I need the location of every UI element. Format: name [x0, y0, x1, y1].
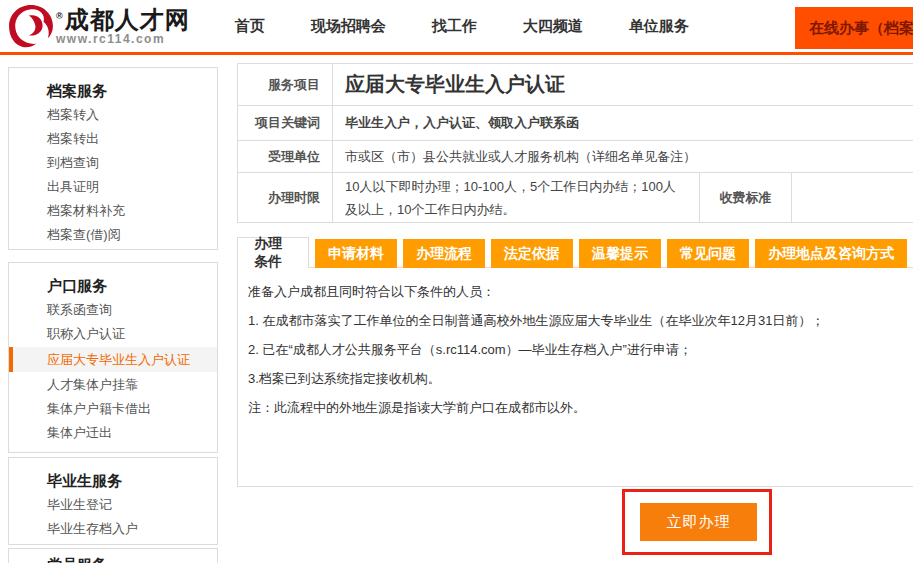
sidebar-item-issue-certificate[interactable]: 出具证明: [9, 175, 217, 199]
tab-processing-flow[interactable]: 办理流程: [403, 239, 485, 268]
sidebar-section-archive-services: 档案服务 档案转入 档案转出 到档查询 出具证明 档案材料补充 档案查(借)阅: [8, 67, 218, 250]
online-services-button[interactable]: 在线办事（档案: [795, 7, 913, 49]
sidebar-section-graduate-services: 毕业生服务 毕业生登记 毕业生存档入户: [8, 457, 218, 545]
condition-1: 1. 在成都市落实了工作单位的全日制普通高校外地生源应届大专毕业生（在毕业次年1…: [248, 306, 901, 335]
sidebar-item-title-hukou-certification[interactable]: 职称入户认证: [9, 322, 217, 346]
tab-warm-tips[interactable]: 温馨提示: [579, 239, 661, 268]
row-label: 服务项目: [238, 64, 333, 105]
logo-text: ®成都人才网 www.rc114.com: [56, 7, 190, 46]
accepting-unit-value: 市或区（市）县公共就业或人才服务机构（详细名单见备注）: [333, 141, 913, 172]
nav-item-senior-channel[interactable]: 大四频道: [500, 9, 606, 44]
sidebar-section-title: 党员服务: [9, 555, 217, 563]
sidebar-item-archive-transfer-in[interactable]: 档案转入: [9, 103, 217, 127]
logo[interactable]: ®成都人才网 www.rc114.com: [8, 4, 190, 48]
processing-time-value: 10人以下即时办理；10-100人，5个工作日内办结；100人及以上，10个工作…: [333, 173, 700, 222]
table-row-keywords: 项目关键词 毕业生入户，入户认证、领取入户联系函: [238, 106, 913, 141]
sidebar-item-archive-material-supplement[interactable]: 档案材料补充: [9, 199, 217, 223]
service-info-table: 服务项目 应届大专毕业生入户认证 项目关键词 毕业生入户，入户认证、领取入户联系…: [237, 63, 913, 223]
condition-2: 2. 已在“成都人才公共服务平台（s.rc114.com）—毕业生存档入户”进行…: [248, 335, 901, 364]
sidebar-item-fresh-graduate-hukou-certification[interactable]: 应届大专毕业生入户认证: [9, 347, 217, 372]
nav-item-home[interactable]: 首页: [212, 9, 288, 44]
sidebar-item-collective-hukou-card-borrow[interactable]: 集体户户籍卡借出: [9, 397, 217, 421]
sidebar-item-archive-view-borrow[interactable]: 档案查(借)阅: [9, 223, 217, 247]
sidebar-item-graduate-registration[interactable]: 毕业生登记: [9, 493, 217, 517]
sidebar-item-contact-letter-query[interactable]: 联系函查询: [9, 298, 217, 322]
main-nav: 首页 现场招聘会 找工作 大四频道 单位服务: [212, 9, 712, 44]
sidebar-item-collective-hukou-move-out[interactable]: 集体户迁出: [9, 421, 217, 445]
top-header: ®成都人才网 www.rc114.com 首页 现场招聘会 找工作 大四频道 单…: [0, 0, 913, 55]
tab-processing-conditions[interactable]: 办理条件: [237, 237, 309, 268]
tab-application-materials[interactable]: 申请材料: [315, 239, 397, 268]
table-row-processing-time: 办理时限 10人以下即时办理；10-100人，5个工作日内办结；100人及以上，…: [238, 173, 913, 223]
nav-item-find-job[interactable]: 找工作: [409, 9, 500, 44]
sidebar-section-title: 档案服务: [9, 81, 217, 101]
detail-tabs: 办理条件 申请材料 办理流程 法定依据 温馨提示 常见问题 办理地点及咨询方式: [237, 237, 913, 268]
conditions-panel: 准备入户成都且同时符合以下条件的人员： 1. 在成都市落实了工作单位的全日制普通…: [237, 267, 913, 487]
condition-note: 注：此流程中的外地生源是指读大学前户口在成都市以外。: [248, 393, 901, 422]
sidebar-section-title: 户口服务: [9, 276, 217, 296]
fee-standard-value: [792, 173, 913, 222]
sidebar-section-title: 毕业生服务: [9, 471, 217, 491]
row-label: 项目关键词: [238, 106, 333, 140]
sidebar-section-hukou-services: 户口服务 联系函查询 职称入户认证 应届大专毕业生入户认证 人才集体户挂靠 集体…: [8, 262, 218, 453]
condition-3: 3.档案已到达系统指定接收机构。: [248, 364, 901, 393]
sidebar-item-archive-transfer-out[interactable]: 档案转出: [9, 127, 217, 151]
site-title: ®成都人才网: [56, 7, 190, 33]
tab-location-contact[interactable]: 办理地点及咨询方式: [755, 239, 907, 268]
sidebar-section-partial: 党员服务: [8, 548, 218, 563]
table-row-accepting-unit: 受理单位 市或区（市）县公共就业或人才服务机构（详细名单见备注）: [238, 141, 913, 173]
flame-logo-icon: [8, 4, 54, 48]
sidebar-item-archive-arrival-query[interactable]: 到档查询: [9, 151, 217, 175]
apply-now-button[interactable]: 立即办理: [640, 503, 757, 541]
sidebar-item-graduate-archive-hukou[interactable]: 毕业生存档入户: [9, 517, 217, 541]
tab-legal-basis[interactable]: 法定依据: [491, 239, 573, 268]
service-title: 应届大专毕业生入户认证: [333, 64, 913, 105]
page: ®成都人才网 www.rc114.com 首页 现场招聘会 找工作 大四频道 单…: [0, 0, 913, 563]
site-url: www.rc114.com: [56, 32, 190, 46]
nav-item-job-fair[interactable]: 现场招聘会: [288, 9, 409, 44]
registered-mark: ®: [56, 11, 64, 21]
keywords-value: 毕业生入户，入户认证、领取入户联系函: [333, 106, 913, 140]
row-label: 受理单位: [238, 141, 333, 172]
tab-faq[interactable]: 常见问题: [667, 239, 749, 268]
fee-standard-label: 收费标准: [700, 173, 792, 222]
nav-item-employer-services[interactable]: 单位服务: [606, 9, 712, 44]
condition-intro: 准备入户成都且同时符合以下条件的人员：: [248, 277, 901, 306]
table-row-service-item: 服务项目 应届大专毕业生入户认证: [238, 64, 913, 106]
sidebar-item-talent-collective-hukou[interactable]: 人才集体户挂靠: [9, 373, 217, 397]
row-label: 办理时限: [238, 173, 333, 222]
